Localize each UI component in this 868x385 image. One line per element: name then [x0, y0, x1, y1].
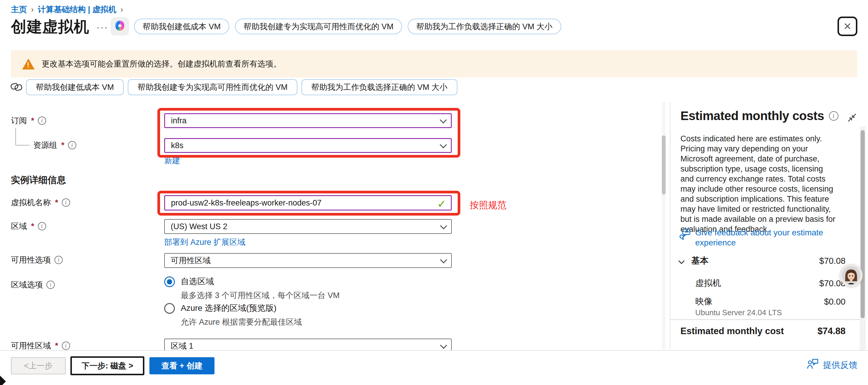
copilot-button[interactable] [111, 17, 129, 35]
close-button[interactable]: ✕ [838, 17, 857, 36]
review-create-button[interactable]: 查看 + 创建 [149, 357, 215, 374]
zone-radio-self-select[interactable]: 自选区域 最多选择 3 个可用性区域，每个区域一台 VM [164, 276, 340, 301]
info-icon[interactable]: i [38, 117, 46, 125]
suggestion-chip-vm-size[interactable]: 帮助我为工作负载选择正确的 VM 大小 [408, 19, 561, 34]
image-subtext: Ubuntu Server 24.04 LTS [695, 308, 782, 317]
chevron-down-icon [440, 342, 447, 349]
zone-options-label: 区域选项 i [11, 280, 55, 290]
breadcrumb-home[interactable]: 主页 [11, 4, 27, 15]
valid-check-icon: ✓ [437, 198, 446, 210]
suggestion-chip-vm-size-2[interactable]: 帮助我为工作负载选择正确的 VM 大小 [302, 79, 457, 95]
availability-options-dropdown[interactable]: 可用性区域 [164, 253, 452, 268]
warning-banner: 更改基本选项可能会重置所做的选择。创建虚拟机前查看所有选项。 [11, 50, 857, 77]
chevron-down-icon [440, 256, 447, 263]
info-icon[interactable]: i [62, 198, 70, 207]
panel-divider [670, 102, 671, 350]
availability-options-label: 可用性选项 i [11, 255, 63, 265]
content-scrollbar-thumb[interactable] [662, 135, 665, 195]
page-title: 创建虚拟机 [11, 17, 89, 37]
suggestion-chip-low-cost-2[interactable]: 帮助我创建低成本 VM [26, 79, 124, 95]
suggestion-chip-high-availability[interactable]: 帮助我创建专为实现高可用性而优化的 VM [235, 19, 402, 34]
previous-button[interactable]: <上一步 [11, 357, 66, 374]
cost-panel-title: Estimated monthly costs [680, 109, 824, 123]
info-icon[interactable]: i [55, 256, 63, 264]
cost-item-image: 映像 $0.00 [695, 296, 845, 308]
resource-group-dropdown[interactable]: k8s [164, 138, 452, 153]
connector-line [16, 128, 16, 145]
region-dropdown[interactable]: (US) West US 2 [164, 219, 452, 234]
copilot-outline-icon [10, 81, 23, 94]
feedback-bubbles-icon [679, 228, 691, 242]
total-divider [671, 319, 860, 320]
warning-icon [22, 59, 35, 69]
info-icon[interactable]: i [68, 141, 76, 149]
instance-details-heading: 实例详细信息 [11, 174, 66, 186]
annotation-note: 按照规范 [470, 199, 506, 212]
more-options-button[interactable]: ··· [96, 21, 108, 33]
create-vm-page: 主页 › 计算基础结构 | 虚拟机 › 创建虚拟机 ··· 帮助我创 [0, 0, 868, 385]
footer-bar: <上一步 下一步: 磁盘 > 查看 + 创建 提供反馈 [0, 350, 868, 385]
warning-text: 更改基本选项可能会重置所做的选择。创建虚拟机前查看所有选项。 [42, 59, 281, 69]
breadcrumb-compute-vm[interactable]: 计算基础结构 | 虚拟机 [38, 4, 117, 15]
estimate-feedback-link[interactable]: Give feedback about your estimate experi… [679, 228, 837, 248]
suggestion-chip-low-cost[interactable]: 帮助我创建低成本 VM [134, 19, 229, 34]
breadcrumb-sep-icon: › [120, 5, 123, 14]
info-icon[interactable]: i [38, 222, 46, 230]
suggestion-chip-high-availability-2[interactable]: 帮助我创建专为实现高可用性而优化的 VM [128, 79, 297, 95]
collapse-panel-icon[interactable] [847, 113, 857, 124]
subscription-label: 订阅* i [11, 115, 46, 126]
assistant-avatar[interactable] [840, 264, 863, 287]
page-scrollbar-thumb[interactable] [861, 130, 865, 318]
subscription-dropdown[interactable]: infra [164, 113, 452, 128]
chevron-down-icon [678, 258, 685, 264]
cost-item-vm: 虚拟机 $70.08 [695, 277, 845, 289]
chevron-down-icon [440, 116, 447, 123]
total-row: Estimated monthly cost $74.88 [680, 326, 845, 336]
availability-zone-dropdown[interactable]: 区域 1 [164, 339, 452, 350]
copilot-suggestion-row-2: 帮助我创建低成本 VM 帮助我创建专为实现高可用性而优化的 VM 帮助我为工作负… [26, 79, 457, 95]
connector-line [16, 145, 30, 146]
cost-group-basics[interactable]: 基本 $70.08 [679, 255, 845, 267]
close-icon: ✕ [843, 21, 852, 32]
chevron-down-icon [440, 141, 447, 148]
next-disks-button[interactable]: 下一步: 磁盘 > [70, 356, 144, 375]
breadcrumb-sep-icon: › [31, 5, 34, 14]
vm-name-label: 虚拟机名称* i [11, 197, 70, 208]
info-icon[interactable]: i [62, 342, 70, 350]
create-new-link[interactable]: 新建 [164, 155, 180, 166]
copilot-icon [114, 20, 126, 33]
basics-form: 订阅* i 资源组* i infra k8s 新建 实例详细信息 虚拟机名称* … [0, 102, 669, 350]
breadcrumb: 主页 › 计算基础结构 | 虚拟机 › [11, 4, 123, 15]
region-label: 区域* i [11, 221, 46, 231]
send-feedback-link[interactable]: 提供反馈 [806, 358, 857, 372]
cost-group-amount: $70.08 [819, 256, 845, 266]
chevron-down-icon [440, 222, 447, 229]
zone-radio-azure-select[interactable]: Azure 选择的区域(预览版) 允许 Azure 根据需要分配最佳区域 [164, 302, 302, 327]
radio-selected-icon [164, 277, 175, 287]
cost-disclaimer: Costs indicated here are estimates only.… [680, 134, 838, 234]
info-icon[interactable]: i [46, 281, 55, 289]
availability-zone-label: 可用性区域* i [11, 340, 70, 350]
resource-group-label: 资源组* i [33, 140, 76, 151]
person-feedback-icon [806, 358, 819, 372]
edge-zone-link[interactable]: 部署到 Azure 扩展区域 [164, 237, 246, 248]
info-icon[interactable]: i [829, 111, 838, 121]
vm-name-input[interactable] [164, 195, 452, 211]
copilot-suggestion-row: 帮助我创建低成本 VM 帮助我创建专为实现高可用性而优化的 VM 帮助我为工作负… [134, 19, 561, 34]
radio-unselected-icon [164, 303, 175, 314]
